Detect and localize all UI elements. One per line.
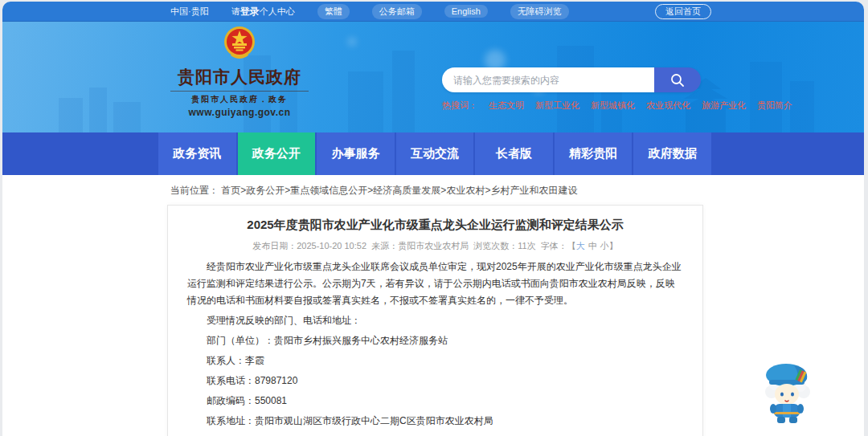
mascot-widget[interactable] xyxy=(762,360,813,427)
login-prefix: 请 xyxy=(231,6,240,16)
nav-item-zwzx[interactable]: 政务资讯 xyxy=(158,132,236,175)
hot-word-link[interactable]: 新型城镇化 xyxy=(591,100,635,112)
city-skyline-graphic xyxy=(2,22,864,132)
topbar-login-link[interactable]: 请登录个人中心 xyxy=(231,5,295,18)
topbar-mail-link[interactable]: 公务邮箱 xyxy=(372,4,422,19)
nav-item-bsfw[interactable]: 办事服务 xyxy=(317,132,395,175)
article-paragraph: 联系地址：贵阳市观山湖区市级行政中心二期C区贵阳市农业农村局 xyxy=(187,413,683,430)
breadcrumb-path[interactable]: 首页>政务公开>重点领域信息公开>经济高质量发展>农业农村>乡村产业和农田建设 xyxy=(221,185,577,196)
hot-word-link[interactable]: 贵阳简介 xyxy=(757,100,792,112)
nav-item-jcgy[interactable]: 精彩贵阳 xyxy=(555,132,633,175)
article-title: 2025年度贵阳市农业产业化市级重点龙头企业运行监测和评定结果公示 xyxy=(187,217,683,233)
national-emblem-icon xyxy=(223,25,256,62)
topbar-english-link[interactable]: English xyxy=(444,5,488,18)
search-area: 热搜词： 生态文明 新型工业化 新型城镇化 农业现代化 旅游产业化 贵阳简介 xyxy=(442,67,701,112)
breadcrumb: 当前位置： 首页>政务公开>重点领域信息公开>经济高质量发展>农业农村>乡村产业… xyxy=(2,175,864,205)
login-label: 登录 xyxy=(240,6,260,17)
font-size-label-end: 】 xyxy=(609,241,618,251)
hot-word-link[interactable]: 旅游产业化 xyxy=(702,100,746,112)
site-logo[interactable]: 贵阳市人民政府 贵阳市人民政府．政务 www.guiyang.gov.cn xyxy=(170,25,309,118)
site-banner: 贵阳市人民政府 贵阳市人民政府．政务 www.guiyang.gov.cn 热搜… xyxy=(2,22,864,132)
nav-item-zwgk[interactable]: 政务公开 xyxy=(238,132,316,175)
site-subtitle: 贵阳市人民政府．政务 xyxy=(170,91,309,105)
site-title: 贵阳市人民政府 xyxy=(170,66,309,88)
font-size-small-button[interactable]: 小 xyxy=(600,241,609,251)
article-paragraph: 经贵阳市农业产业化市级重点龙头企业联席会议成员单位审定，现对2025年开展的农业… xyxy=(187,259,683,309)
hot-word-link[interactable]: 农业现代化 xyxy=(646,100,690,112)
hot-word-link[interactable]: 新型工业化 xyxy=(535,100,579,112)
hot-word-link[interactable]: 生态文明 xyxy=(489,100,524,112)
search-input[interactable] xyxy=(442,67,654,92)
publish-date: 发布日期：2025-10-20 10:52 xyxy=(252,241,366,251)
site-url: www.guiyang.gov.cn xyxy=(170,107,309,118)
return-home-button[interactable]: 返回首页 xyxy=(655,4,711,19)
site-window: 中国·贵阳 请登录个人中心 繁體 公务邮箱 English 无障碍浏览 返回首页 xyxy=(2,2,864,436)
article-body: 经贵阳市农业产业化市级重点龙头企业联席会议成员单位审定，现对2025年开展的农业… xyxy=(187,259,683,430)
topbar-traditional-link[interactable]: 繁體 xyxy=(317,4,350,19)
search-icon xyxy=(669,72,686,88)
article-card: 2025年度贵阳市农业产业化市级重点龙头企业运行监测和评定结果公示 发布日期：2… xyxy=(167,205,703,436)
top-utility-bar: 中国·贵阳 请登录个人中心 繁體 公务邮箱 English 无障碍浏览 返回首页 xyxy=(2,2,864,22)
article-paragraph: 受理情况反映的部门、电话和地址： xyxy=(187,312,683,329)
search-bar xyxy=(442,67,701,92)
article-paragraph: 部门（单位）：贵阳市乡村振兴服务中心农村经济服务站 xyxy=(187,332,683,349)
hot-search-row: 热搜词： 生态文明 新型工业化 新型城镇化 农业现代化 旅游产业化 贵阳简介 xyxy=(442,100,701,112)
article-paragraph: 邮政编码：550081 xyxy=(187,393,683,410)
search-button[interactable] xyxy=(654,67,701,92)
article-paragraph: 联系人：李霞 xyxy=(187,352,683,369)
bokeh-circle xyxy=(348,38,356,46)
font-size-label: 字体：【 xyxy=(541,241,576,251)
hot-search-label: 热搜词： xyxy=(442,100,477,112)
topbar-region-link[interactable]: 中国·贵阳 xyxy=(170,6,209,18)
font-size-large-button[interactable]: 大 xyxy=(576,241,585,251)
font-size-medium-button[interactable]: 中 xyxy=(588,241,597,251)
breadcrumb-label: 当前位置： xyxy=(170,185,219,196)
topbar-accessibility-link[interactable]: 无障碍浏览 xyxy=(510,4,569,19)
article-meta: 发布日期：2025-10-20 10:52 来源：贵阳市农业农村局 浏览次数：1… xyxy=(187,240,683,252)
login-suffix: 个人中心 xyxy=(260,6,295,16)
nav-item-zfsj[interactable]: 政府数据 xyxy=(633,132,711,175)
main-nav: 政务资讯 政务公开 办事服务 互动交流 长者版 精彩贵阳 政府数据 xyxy=(2,132,864,175)
mascot-icon xyxy=(762,360,813,424)
view-count: 浏览次数：11次 xyxy=(473,241,535,251)
article-source: 来源：贵阳市农业农村局 xyxy=(371,241,469,251)
article-paragraph: 联系电话：87987120 xyxy=(187,373,683,389)
nav-item-hdjl[interactable]: 互动交流 xyxy=(396,132,474,175)
nav-item-lzb[interactable]: 长者版 xyxy=(475,132,553,175)
